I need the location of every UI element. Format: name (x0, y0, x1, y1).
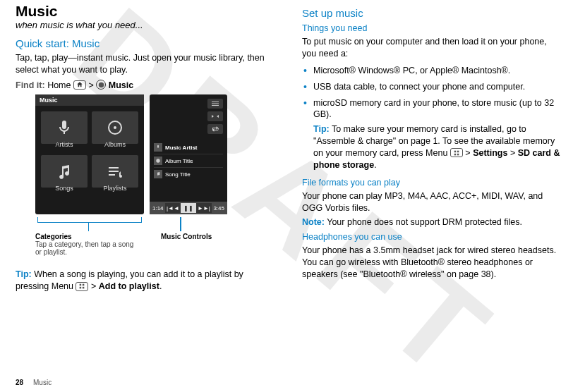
svg-point-3 (156, 159, 159, 163)
np-album-row[interactable]: Album Title (154, 154, 223, 167)
np-artist-row[interactable]: Music Artist (154, 141, 223, 154)
tile-songs[interactable] (41, 155, 88, 188)
pointer-controls (180, 217, 181, 231)
sd-settings: Settings (473, 148, 507, 158)
np-album: Album Title (165, 158, 193, 164)
tip-add-playlist: Add to playlist (99, 281, 159, 291)
time-elapsed: 1:14 (152, 205, 164, 212)
repeat-icon[interactable] (207, 124, 223, 134)
subtitle: when music is what you need... (16, 20, 277, 30)
callout-cat-title: Categories (35, 233, 141, 240)
tile-songs-label: Songs (41, 185, 88, 192)
shuffle-icon[interactable] (207, 111, 223, 121)
page-title: Music (16, 3, 277, 20)
tile-artists[interactable] (41, 111, 88, 144)
np-song-row[interactable]: Song Title (154, 167, 223, 180)
find-it-music: Music (109, 80, 133, 90)
list-item: Microsoft® Windows® PC, or Apple® Macint… (302, 63, 563, 79)
right-column: Set up music Things you need To put musi… (289, 3, 573, 392)
quick-start-body: Tap, tap, play—instant music. Just open … (16, 52, 277, 76)
microphone-icon (56, 119, 73, 136)
svg-rect-9 (457, 150, 459, 152)
find-it-line: Find it: Home > Music (16, 80, 277, 91)
callout-mc-title: Music Controls (161, 233, 212, 240)
list-item: microSD memory card in your phone, to st… (302, 95, 563, 173)
tip-gt: > (91, 281, 96, 291)
playback-controls: 1:14 |◄◄ ❚❚ ►►| 3:45 (150, 202, 227, 214)
music-app-icon (96, 80, 106, 90)
tip-label: Tip: (16, 269, 32, 279)
sd-tip-label: Tip: (313, 124, 330, 134)
things-intro: To put music on your computer and then l… (302, 36, 563, 60)
menu-icon-2 (450, 148, 463, 157)
list-icon (107, 163, 123, 180)
svg-rect-4 (80, 284, 82, 286)
bracket-categories (37, 217, 142, 223)
needs-list: Microsoft® Windows® PC, or Apple® Macint… (302, 63, 563, 173)
callout-categories: Categories Tap a category, then tap a so… (35, 233, 141, 256)
tile-artists-label: Artists (41, 141, 88, 148)
page: Music when music is what you need... Qui… (0, 0, 573, 392)
queue-icon[interactable] (207, 99, 223, 109)
home-icon (73, 80, 86, 90)
svg-point-0 (99, 82, 104, 88)
song-mini-icon (154, 170, 162, 178)
menu-icon (76, 282, 88, 291)
svg-rect-11 (457, 154, 459, 156)
disc-icon (107, 119, 123, 136)
tip-end: . (159, 281, 162, 291)
callout-cat-desc: Tap a category, then tap a song or playl… (35, 240, 141, 256)
svg-rect-8 (454, 150, 457, 152)
phone-nowplaying: Music Artist Album Title Song Title 1:14… (150, 94, 227, 214)
note-body: Your phone does not support DRM protecte… (327, 217, 522, 227)
phone-library: Music Artists Albums (35, 94, 144, 214)
album-mini-icon (154, 157, 162, 165)
phone-mock-row: Music Artists Albums (35, 94, 277, 214)
artist-mini-icon (154, 143, 162, 152)
svg-rect-10 (454, 154, 457, 156)
setup-heading: Set up music (302, 7, 563, 19)
phone-header: Music (35, 94, 144, 106)
tile-playlists-label: Playlists (92, 185, 138, 192)
callout-row: Categories Tap a category, then tap a so… (35, 233, 277, 256)
sd-end: . (374, 160, 376, 170)
find-it-home: Home (47, 80, 71, 90)
left-column: Music when music is what you need... Qui… (0, 3, 289, 392)
np-artist: Music Artist (165, 145, 198, 151)
bullet-3-text: microSD memory card in your phone, to st… (313, 98, 554, 120)
tile-albums[interactable] (92, 111, 138, 144)
find-it-label: Find it: (16, 80, 45, 90)
note-label: Note: (302, 217, 325, 227)
sd-gt2: > (510, 148, 515, 158)
svg-rect-5 (83, 284, 85, 286)
tile-albums-label: Albums (92, 141, 138, 148)
list-item: USB data cable, to connect your phone an… (302, 79, 563, 95)
note-block: Note: Your phone does not support DRM pr… (302, 216, 563, 228)
note-icon (56, 163, 73, 180)
sd-gt1: > (465, 148, 470, 158)
svg-point-2 (114, 126, 116, 129)
formats-body: Your phone can play MP3, M4A, AAC, ACC+,… (302, 190, 563, 214)
pointer-controls-wrap (142, 217, 181, 231)
quick-start-heading: Quick start: Music (16, 37, 277, 49)
tip-block: Tip: When a song is playing, you can add… (16, 269, 277, 293)
headphones-body: Your phone has a 3.5mm headset jack for … (302, 245, 563, 281)
svg-rect-6 (80, 287, 82, 289)
headphones-heading: Headphones you can use (302, 232, 563, 242)
prev-button[interactable]: |◄◄ (165, 203, 181, 213)
next-button[interactable]: ►►| (196, 203, 212, 213)
svg-rect-7 (83, 287, 85, 289)
callout-controls: Music Controls (161, 233, 212, 256)
things-heading: Things you need (302, 23, 563, 33)
tile-playlists[interactable] (92, 155, 138, 188)
pointer-categories (88, 223, 90, 231)
np-song: Song Title (165, 171, 191, 178)
pause-button[interactable]: ❚❚ (181, 203, 196, 213)
gt-1: > (88, 80, 93, 90)
time-total: 3:45 (213, 205, 224, 212)
formats-heading: File formats you can play (302, 178, 563, 188)
bracket-row (35, 217, 277, 231)
